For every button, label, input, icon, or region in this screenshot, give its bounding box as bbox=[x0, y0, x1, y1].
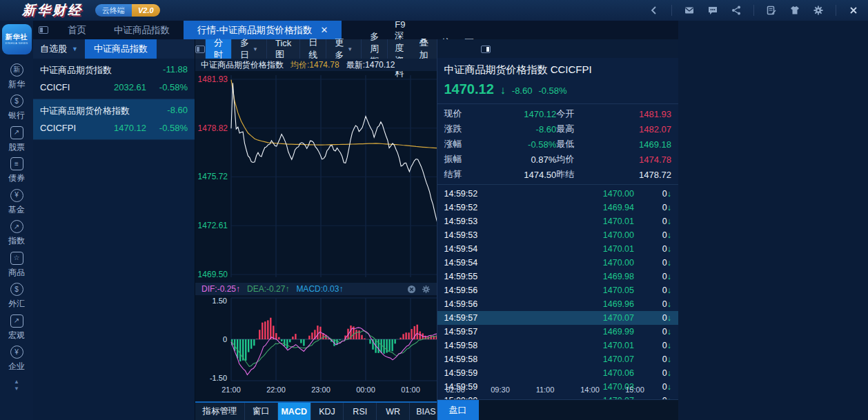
toolbar-button-日线[interactable]: 日线 bbox=[300, 39, 326, 59]
dea-value-label: DEA:-0.27↑ bbox=[247, 284, 289, 294]
tick-row[interactable]: 14:59:521470.000↓ bbox=[437, 187, 679, 201]
tick-row[interactable]: 14:59:531470.000↓ bbox=[437, 228, 679, 242]
gear-icon[interactable] bbox=[422, 285, 431, 294]
watchlist-tab-active[interactable]: 中证商品指数 bbox=[85, 39, 157, 59]
indicator-button-指标管理[interactable]: 指标管理 bbox=[195, 403, 245, 420]
sidebar-item-债券[interactable]: ≡债券 bbox=[8, 157, 25, 184]
left-nav-sidebar: 新华社 XINHUA NEWS 新新华$银行↗股票≡债券¥基金↗指数☆商品$外汇… bbox=[0, 21, 33, 420]
toolbar-button-F9深度资料[interactable]: F9深度资料 bbox=[388, 39, 412, 59]
close-icon[interactable] bbox=[847, 4, 860, 17]
svg-text:1478.82: 1478.82 bbox=[198, 123, 228, 133]
chevron-down-icon: ▼ bbox=[72, 46, 78, 52]
indicator-button-窗口[interactable]: 窗口 bbox=[245, 403, 278, 420]
tab-首页[interactable]: 首页 bbox=[54, 21, 100, 39]
tab-中证商品指数[interactable]: 中证商品指数 bbox=[100, 21, 184, 39]
tick-row[interactable]: 14:59:591470.060↓ bbox=[437, 366, 679, 380]
sidebar-item-基金[interactable]: ¥基金 bbox=[8, 189, 25, 216]
tick-row[interactable]: 14:59:561469.960↓ bbox=[437, 297, 679, 311]
stat-label: 涨跌 bbox=[444, 123, 473, 135]
panel-toggle-left[interactable] bbox=[33, 21, 54, 39]
down-arrow-icon: ↓ bbox=[667, 272, 671, 281]
sidebar-item-label: 企业 bbox=[8, 361, 25, 372]
indicator-button-MACD[interactable]: MACD bbox=[278, 403, 311, 420]
stats-row: 涨幅-0.58%最低1469.18 bbox=[444, 137, 672, 152]
watchlist-item[interactable]: 中证商品期货指数-11.88CCICFI2032.61-0.58% bbox=[33, 59, 195, 99]
shirt-icon[interactable] bbox=[789, 4, 801, 17]
dropdown-label: 自选股 bbox=[40, 43, 67, 55]
watchlist-header: 自选股 ▼ 中证商品指数 bbox=[33, 39, 195, 59]
period-buttons: 分时多日▼Tick图日线更多▼多周期 bbox=[206, 39, 388, 59]
order-book-tab[interactable]: 盘口 bbox=[437, 400, 479, 420]
tick-row[interactable]: 15:00:001470.070↓ bbox=[437, 394, 679, 399]
time-tick-label: 00:00 bbox=[356, 386, 375, 394]
toolbar-button-多日[interactable]: 多日▼ bbox=[232, 39, 267, 59]
dif-value-label: DIF:-0.25↑ bbox=[201, 284, 240, 294]
tick-row[interactable]: 14:59:551469.980↓ bbox=[437, 270, 679, 283]
watchlist-item[interactable]: 中证商品期货价格指数-8.60CCICFPI1470.12-0.58% bbox=[33, 99, 195, 140]
tick-price: 1470.00 bbox=[497, 189, 642, 199]
sidebar-item-新华[interactable]: 新新华 bbox=[8, 63, 25, 90]
macd-header: DIF:-0.25↑ DEA:-0.27↑ MACD:0.03↑ bbox=[195, 283, 437, 295]
gear-icon[interactable] bbox=[812, 4, 825, 17]
sidebar-item-银行[interactable]: $银行 bbox=[8, 94, 25, 121]
xinhua-news-logo[interactable]: 新华社 XINHUA NEWS bbox=[2, 24, 32, 54]
sidebar-item-label: 股票 bbox=[8, 141, 25, 153]
chevron-left-icon[interactable] bbox=[648, 4, 660, 17]
tick-row[interactable]: 14:59:531470.010↓ bbox=[437, 214, 679, 228]
instrument-name: 中证商品期货价格指数 bbox=[201, 59, 284, 71]
tick-time: 14:59:56 bbox=[444, 299, 497, 309]
tick-row[interactable]: 14:59:571470.070↓ bbox=[437, 311, 679, 325]
tick-row[interactable]: 14:59:541470.000↓ bbox=[437, 256, 679, 270]
tick-volume-value: 0 bbox=[662, 272, 667, 281]
toolbar-button-多周期[interactable]: 多周期 bbox=[362, 39, 388, 59]
down-arrow-icon: ↓ bbox=[667, 341, 671, 350]
down-arrow-icon: ↓ bbox=[667, 217, 671, 226]
chat-icon[interactable] bbox=[707, 4, 719, 17]
sidebar-item-宏观[interactable]: ↗宏观 bbox=[8, 314, 25, 341]
toolbar-button-更多[interactable]: 更多▼ bbox=[326, 39, 362, 59]
tick-time: 14:59:56 bbox=[444, 286, 497, 295]
tick-row[interactable]: 14:59:541470.010↓ bbox=[437, 242, 679, 256]
down-arrow-icon: ↓ bbox=[667, 327, 671, 337]
sidebar-item-指数[interactable]: ↗指数 bbox=[8, 220, 25, 247]
sidebar-item-商品[interactable]: ☆商品 bbox=[8, 252, 25, 279]
indicator-button-WR[interactable]: WR bbox=[377, 403, 410, 420]
stat-label: 今开 bbox=[556, 108, 588, 120]
instrument-code: CCICFI bbox=[40, 82, 97, 92]
指数-icon: ↗ bbox=[10, 220, 23, 233]
toolbar-button-叠加[interactable]: 叠加 bbox=[412, 39, 435, 59]
tick-row[interactable]: 14:59:561470.050↓ bbox=[437, 283, 679, 297]
time-tick-label: 02:00 bbox=[446, 386, 465, 394]
sidebar-item-外汇[interactable]: $外汇 bbox=[8, 283, 25, 310]
stat-value: 0.87% bbox=[473, 154, 557, 165]
sidebar-item-label: 商品 bbox=[8, 267, 25, 279]
indicator-button-RSI[interactable]: RSI bbox=[344, 403, 377, 420]
sidebar-item-企业[interactable]: ¥企业 bbox=[8, 346, 25, 372]
tick-row[interactable]: 14:59:571469.990↓ bbox=[437, 325, 679, 339]
sidebar-item-label: 债券 bbox=[8, 172, 25, 184]
tick-row[interactable]: 14:59:581470.010↓ bbox=[437, 339, 679, 352]
memo-icon[interactable] bbox=[765, 4, 778, 17]
panel-toggle-chart[interactable] bbox=[195, 39, 206, 59]
tick-row[interactable]: 14:59:581470.070↓ bbox=[437, 352, 679, 366]
stat-label: 最高 bbox=[556, 123, 588, 135]
tick-price: 1470.06 bbox=[497, 368, 642, 378]
watchlist-group-dropdown[interactable]: 自选股 ▼ bbox=[33, 39, 85, 59]
toolbar-button-分时[interactable]: 分时 bbox=[206, 39, 232, 59]
down-arrow-icon: ↓ bbox=[667, 299, 671, 309]
sidebar-item-股票[interactable]: ↗股票 bbox=[8, 126, 25, 153]
tab-close-icon[interactable]: ✕ bbox=[321, 25, 328, 35]
share-icon[interactable] bbox=[730, 4, 742, 17]
close-circle-icon[interactable] bbox=[407, 285, 416, 294]
indicator-button-KDJ[interactable]: KDJ bbox=[311, 403, 344, 420]
logo-text-cn: 新华社 bbox=[6, 34, 28, 41]
tick-price: 1470.00 bbox=[497, 230, 642, 240]
tick-volume: 0↓ bbox=[641, 354, 671, 364]
tab-行情-中证商品期货价格指数[interactable]: 行情-中证商品期货价格指数✕ bbox=[184, 21, 342, 39]
mail-icon[interactable] bbox=[683, 4, 696, 17]
time-tick-label: 09:30 bbox=[491, 386, 510, 394]
sidebar-scroll-arrows[interactable]: ▲▼ bbox=[14, 379, 19, 393]
tick-row[interactable]: 14:59:521469.940↓ bbox=[437, 201, 679, 214]
topbar-icon-group bbox=[648, 4, 860, 17]
toolbar-button-Tick图[interactable]: Tick图 bbox=[267, 39, 300, 59]
